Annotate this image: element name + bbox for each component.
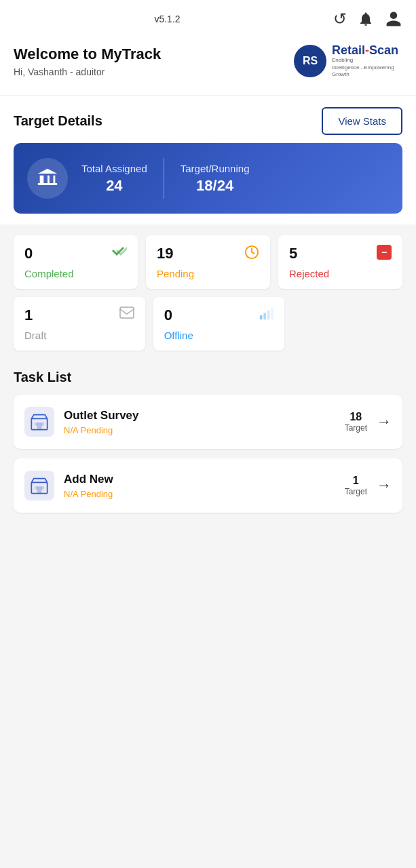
svg-rect-3	[264, 313, 267, 319]
header-section: Welcome to MyTrack Hi, Vashanth - aduito…	[0, 34, 416, 95]
completed-label: Completed	[24, 268, 127, 279]
target-running-value: 18/24	[196, 177, 233, 195]
target-running-label: Target/Running	[181, 163, 250, 174]
rejected-number: 5	[289, 245, 297, 262]
offline-number: 0	[164, 307, 172, 324]
refresh-icon: ↻	[333, 9, 347, 28]
task-status-outlet: N/A Pending	[64, 425, 345, 435]
offline-label: Offline	[164, 330, 274, 341]
task-list-title: Task List	[14, 370, 402, 385]
minus-red-icon: −	[377, 245, 392, 260]
task-item-add-new[interactable]: Add New N/A Pending 1 Target →	[14, 458, 402, 513]
rejected-card[interactable]: 5 − Rejected	[278, 235, 402, 289]
draft-label: Draft	[24, 330, 134, 341]
completed-number: 0	[24, 245, 33, 262]
task-target-num-addnew: 1	[345, 475, 367, 487]
rejected-label: Rejected	[289, 268, 392, 279]
svg-rect-4	[267, 311, 270, 320]
task-name-addnew: Add New	[64, 473, 345, 486]
bank-icon	[27, 158, 68, 199]
welcome-title: Welcome to MyTrack	[14, 45, 294, 64]
total-assigned-value: 24	[106, 177, 122, 195]
user-icon	[385, 10, 402, 28]
completed-card[interactable]: 0 Completed	[14, 235, 138, 289]
logo-brand: Retail-Scan	[332, 44, 402, 58]
target-title: Target Details	[14, 113, 102, 129]
logo: RS Retail-Scan Enabling Intelligence...E…	[294, 41, 402, 81]
task-arrow-addnew: →	[377, 477, 392, 494]
envelope-icon	[119, 307, 134, 321]
stats-divider	[164, 158, 164, 199]
bell-icon	[358, 11, 374, 27]
svg-rect-5	[271, 308, 274, 319]
task-target-outlet: 18 Target	[345, 411, 367, 433]
task-icon-addnew	[24, 471, 54, 500]
version-text: v5.1.2	[154, 14, 180, 24]
pending-card-top: 19	[157, 245, 259, 262]
task-target-label-addnew: Target	[345, 487, 367, 496]
target-running-stat: Target/Running 18/24	[181, 163, 250, 195]
target-header: Target Details View Stats	[14, 96, 402, 143]
logo-tagline: Enabling Intelligence...Empowering Growt…	[332, 57, 402, 78]
clock-icon	[244, 245, 259, 262]
draft-number: 1	[24, 307, 33, 324]
double-check-icon	[112, 245, 127, 260]
total-assigned-stat: Total Assigned 24	[81, 163, 147, 195]
stats-banner: Total Assigned 24 Target/Running 18/24	[14, 143, 402, 214]
empty-slot	[292, 297, 402, 351]
view-stats-button[interactable]: View Stats	[322, 107, 402, 135]
task-list-section: Task List Outlet Survey N/A Pending 18 T…	[0, 359, 416, 533]
completed-card-top: 0	[24, 245, 127, 262]
task-info-outlet: Outlet Survey N/A Pending	[64, 409, 345, 435]
task-target-addnew: 1 Target	[345, 475, 367, 496]
offline-card-top: 0	[164, 307, 274, 324]
target-section: Target Details View Stats Total Assigned…	[0, 96, 416, 224]
total-assigned-label: Total Assigned	[81, 163, 147, 174]
user-profile-button[interactable]	[385, 10, 402, 28]
welcome-text-group: Welcome to MyTrack Hi, Vashanth - aduito…	[14, 45, 294, 78]
task-status-addnew: N/A Pending	[64, 489, 345, 499]
refresh-button[interactable]: ↻	[333, 9, 347, 28]
svg-rect-2	[260, 315, 263, 319]
task-arrow-outlet: →	[377, 413, 392, 431]
cards-row-2: 1 Draft 0	[14, 297, 402, 351]
draft-card[interactable]: 1 Draft	[14, 297, 145, 351]
draft-card-top: 1	[24, 307, 134, 324]
task-target-num-outlet: 18	[345, 411, 367, 423]
pending-number: 19	[157, 245, 173, 262]
pending-label: Pending	[157, 268, 259, 279]
task-item-outlet-survey[interactable]: Outlet Survey N/A Pending 18 Target →	[14, 395, 402, 449]
offline-card[interactable]: 0 Offline	[153, 297, 285, 351]
task-target-label-outlet: Target	[345, 423, 367, 433]
logo-text: Retail-Scan Enabling Intelligence...Empo…	[332, 44, 402, 79]
task-info-addnew: Add New N/A Pending	[64, 473, 345, 499]
task-icon-outlet	[24, 407, 54, 437]
cards-row-1: 0 Completed 19	[14, 235, 402, 289]
cards-section: 0 Completed 19	[0, 224, 416, 351]
welcome-subtitle: Hi, Vashanth - aduitor	[14, 66, 294, 77]
rejected-card-top: 5 −	[289, 245, 392, 262]
task-name-outlet: Outlet Survey	[64, 409, 345, 422]
signal-icon	[259, 307, 273, 324]
logo-circle: RS	[294, 45, 326, 77]
notification-button[interactable]	[358, 11, 374, 27]
svg-rect-1	[120, 307, 134, 318]
pending-card[interactable]: 19 Pending	[146, 235, 270, 289]
top-bar: v5.1.2 ↻	[0, 0, 416, 34]
